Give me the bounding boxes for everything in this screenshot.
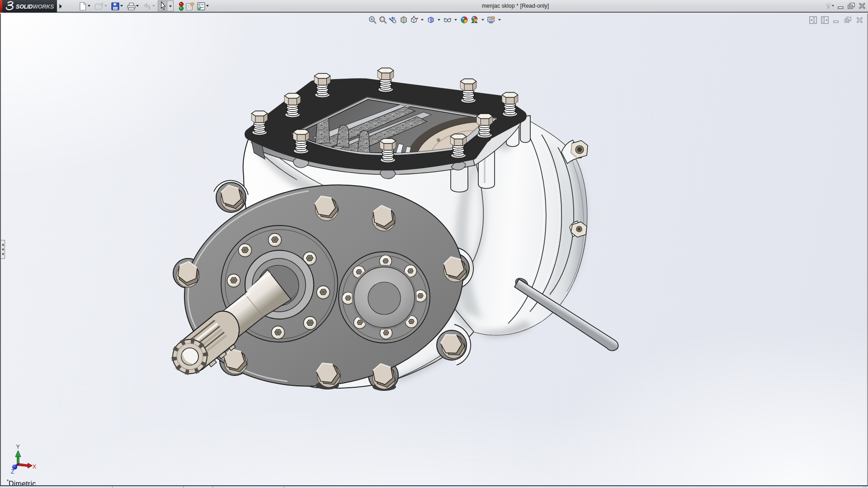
previous-view-icon — [389, 16, 397, 24]
dropdown-arrow-icon — [438, 19, 440, 21]
collapse-arrow-icon — [2, 248, 4, 251]
edit-appearance-button[interactable] — [459, 16, 469, 24]
view-orientation-dropdown[interactable] — [419, 16, 425, 24]
restore-document-button[interactable] — [844, 16, 852, 24]
zoom-to-fit-button[interactable] — [367, 16, 377, 24]
triad-x-label: X — [33, 464, 37, 470]
hide-show-items-icon — [443, 16, 452, 24]
hide-show-items-dropdown[interactable] — [453, 16, 459, 24]
graphics-viewport[interactable]: Y X Z — [0, 14, 868, 485]
resize-grip[interactable] — [861, 486, 867, 488]
section-view-icon — [400, 16, 408, 24]
statusbar-separator — [212, 486, 213, 488]
view-settings-button[interactable] — [486, 16, 496, 24]
gearbox-model-canvas[interactable]: Y X Z — [1, 0, 868, 488]
display-style-button[interactable] — [425, 16, 436, 24]
view-settings-dropdown[interactable] — [496, 16, 503, 24]
view-settings-icon — [487, 16, 495, 24]
collapse-right-pane-button[interactable] — [821, 16, 829, 24]
dropdown-arrow-icon — [498, 19, 501, 21]
solidworks-window: SOLIDWORKS — [0, 0, 868, 488]
dropdown-arrow-icon — [421, 19, 424, 21]
status-bar — [0, 485, 868, 488]
side-cover-boss[interactable] — [339, 252, 430, 343]
dropdown-arrow-icon — [454, 19, 457, 21]
statusbar-separator — [284, 486, 284, 488]
hide-show-items-button[interactable] — [442, 16, 453, 24]
statusbar-separator — [112, 486, 113, 488]
display-style-dropdown[interactable] — [436, 16, 442, 24]
apply-scene-dropdown[interactable] — [480, 16, 486, 24]
triad-y-label: Y — [16, 444, 20, 450]
apply-scene-button[interactable] — [469, 16, 480, 24]
display-style-icon — [427, 16, 435, 24]
collapse-left-pane-button[interactable] — [809, 16, 817, 24]
document-window-controls — [809, 16, 863, 24]
zoom-to-fit-icon — [368, 16, 377, 24]
feature-pane-splitter-tab[interactable] — [1, 240, 5, 259]
collapse-arrow-icon — [2, 253, 4, 255]
view-orientation-icon — [410, 16, 418, 24]
edit-appearance-icon — [460, 16, 468, 24]
apply-scene-icon — [470, 16, 479, 24]
triad-z-label: Z — [11, 469, 14, 475]
view-orientation-button[interactable] — [409, 16, 419, 24]
zoom-to-area-button[interactable] — [377, 16, 388, 24]
section-view-button[interactable] — [398, 16, 409, 24]
dropdown-arrow-icon — [481, 19, 484, 21]
statusbar-separator — [183, 486, 184, 488]
orientation-triad: Y X Z — [11, 444, 37, 475]
close-document-button[interactable] — [856, 16, 863, 24]
collapse-arrow-icon — [2, 244, 4, 246]
zoom-to-area-icon — [379, 16, 387, 24]
headsup-view-toolbar — [367, 16, 503, 24]
previous-view-button[interactable] — [388, 16, 398, 24]
minimize-document-button[interactable] — [833, 16, 840, 24]
